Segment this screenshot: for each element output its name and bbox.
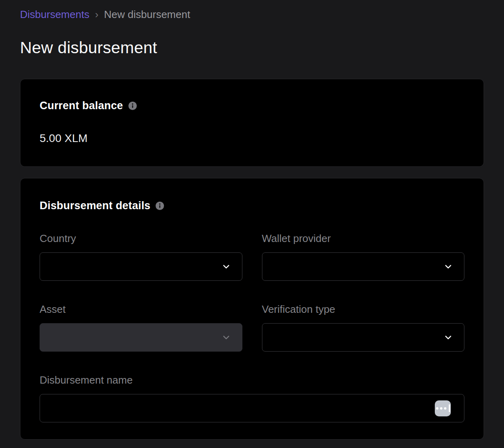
- chevron-down-icon: [222, 333, 231, 342]
- asset-label: Asset: [40, 303, 242, 315]
- asset-field-group: Asset: [40, 303, 242, 352]
- current-balance-value: 5.00 XLM: [40, 132, 464, 145]
- country-field-group: Country: [40, 232, 242, 281]
- disbursement-details-title: Disbursement details: [40, 199, 150, 212]
- asset-select: [40, 323, 242, 352]
- verification-type-select[interactable]: [262, 323, 465, 352]
- breadcrumb-current: New disbursement: [104, 8, 190, 20]
- pm-dot: [444, 407, 446, 410]
- breadcrumb: Disbursements › New disbursement: [20, 0, 484, 20]
- disbursement-name-field-group: Disbursement name: [40, 374, 464, 422]
- page-title: New disbursement: [20, 38, 484, 57]
- verification-type-label: Verification type: [262, 303, 465, 315]
- page: Disbursements › New disbursement New dis…: [0, 0, 504, 440]
- disbursement-details-card: Disbursement details Country: [20, 178, 484, 440]
- password-manager-autofill-icon[interactable]: [435, 400, 451, 416]
- pm-dot: [440, 407, 442, 410]
- verification-type-field-group: Verification type: [262, 303, 465, 352]
- chevron-down-icon: [444, 333, 453, 342]
- pm-caret: [449, 404, 450, 412]
- disbursement-name-input[interactable]: [50, 394, 435, 422]
- country-select[interactable]: [40, 252, 242, 281]
- current-balance-card: Current balance 5.00 XLM: [20, 79, 484, 167]
- wallet-provider-label: Wallet provider: [262, 232, 465, 244]
- country-label: Country: [40, 232, 242, 244]
- disbursement-name-input-box: [40, 394, 464, 422]
- current-balance-title: Current balance: [40, 99, 123, 112]
- wallet-provider-select[interactable]: [262, 252, 465, 281]
- details-form-grid: Country Wallet provider As: [40, 232, 464, 352]
- breadcrumb-separator-icon: ›: [95, 8, 98, 20]
- info-icon[interactable]: [128, 102, 137, 110]
- disbursement-name-label: Disbursement name: [40, 374, 464, 386]
- wallet-provider-field-group: Wallet provider: [262, 232, 465, 281]
- info-icon[interactable]: [156, 202, 164, 210]
- chevron-down-icon: [222, 262, 231, 271]
- chevron-down-icon: [444, 262, 453, 271]
- breadcrumb-link-disbursements[interactable]: Disbursements: [20, 8, 89, 20]
- pm-dot: [436, 407, 438, 410]
